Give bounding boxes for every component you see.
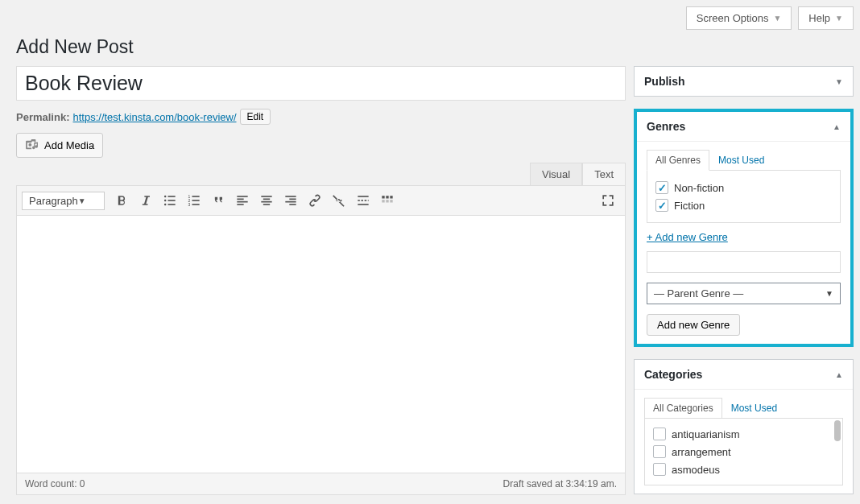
editor-textarea[interactable] bbox=[16, 216, 626, 473]
permalink-label: Permalink: bbox=[16, 111, 69, 123]
toolbar-toggle-button[interactable] bbox=[375, 188, 399, 213]
format-select[interactable]: Paragraph ▼ bbox=[22, 192, 105, 210]
screen-options-label: Screen Options bbox=[697, 12, 769, 24]
align-right-button[interactable] bbox=[279, 188, 303, 213]
categories-postbox-title: Categories bbox=[644, 368, 702, 381]
categories-postbox-header[interactable]: Categories ▲ bbox=[635, 360, 853, 390]
svg-rect-18 bbox=[263, 199, 269, 200]
svg-point-3 bbox=[164, 204, 167, 206]
svg-rect-20 bbox=[263, 204, 269, 205]
help-label: Help bbox=[808, 12, 830, 24]
checkbox-icon[interactable] bbox=[653, 445, 666, 458]
svg-rect-28 bbox=[361, 200, 363, 201]
help-button[interactable]: Help ▼ bbox=[798, 6, 854, 30]
svg-rect-16 bbox=[237, 204, 243, 205]
tab-all-genres[interactable]: All Genres bbox=[647, 150, 709, 171]
fullscreen-button[interactable] bbox=[596, 188, 620, 213]
checkbox-icon[interactable] bbox=[653, 463, 666, 476]
permalink-edit-button[interactable]: Edit bbox=[240, 109, 271, 125]
scrollbar-thumb[interactable] bbox=[834, 420, 841, 441]
svg-rect-5 bbox=[167, 200, 175, 201]
publish-postbox-header[interactable]: Publish ▼ bbox=[635, 67, 853, 96]
genre-item[interactable]: Fiction bbox=[655, 196, 832, 214]
page-title: Add New Post bbox=[16, 36, 860, 58]
category-label: antiquarianism bbox=[672, 428, 740, 440]
svg-rect-13 bbox=[237, 196, 247, 197]
svg-rect-31 bbox=[382, 196, 384, 198]
svg-rect-19 bbox=[261, 201, 271, 203]
svg-rect-10 bbox=[192, 196, 199, 197]
post-title-input[interactable] bbox=[16, 66, 626, 101]
genres-postbox-header[interactable]: Genres ▲ bbox=[637, 112, 850, 142]
align-center-button[interactable] bbox=[254, 188, 279, 213]
category-item[interactable]: arrangement bbox=[653, 443, 834, 461]
chevron-down-icon: ▼ bbox=[835, 14, 843, 23]
svg-rect-32 bbox=[386, 196, 388, 198]
chevron-down-icon: ▼ bbox=[78, 196, 86, 205]
tab-text[interactable]: Text bbox=[582, 163, 626, 185]
svg-rect-30 bbox=[367, 200, 368, 201]
checkbox-checked-icon[interactable] bbox=[655, 199, 668, 212]
blockquote-button[interactable] bbox=[206, 188, 230, 213]
add-media-button[interactable]: Add Media bbox=[16, 133, 103, 158]
italic-button[interactable] bbox=[134, 188, 158, 213]
tab-visual[interactable]: Visual bbox=[530, 163, 582, 185]
chevron-up-icon: ▲ bbox=[835, 370, 843, 379]
chevron-down-icon: ▼ bbox=[835, 77, 843, 86]
genres-postbox: Genres ▲ All Genres Most Used Non-fictio… bbox=[634, 109, 854, 347]
ul-button[interactable] bbox=[158, 188, 182, 213]
categories-postbox: Categories ▲ All Categories Most Used an… bbox=[634, 359, 854, 494]
category-item[interactable]: asmodeus bbox=[653, 461, 834, 478]
add-new-genre-link[interactable]: + Add new Genre bbox=[647, 231, 728, 243]
publish-postbox-title: Publish bbox=[644, 75, 685, 88]
word-count-label: Word count: 0 bbox=[25, 478, 85, 490]
camera-music-icon bbox=[25, 138, 39, 152]
svg-rect-26 bbox=[358, 204, 368, 205]
ol-button[interactable]: 123 bbox=[182, 188, 206, 213]
svg-rect-29 bbox=[364, 200, 366, 201]
link-button[interactable] bbox=[303, 188, 327, 213]
checkbox-icon[interactable] bbox=[653, 428, 666, 440]
chevron-down-icon: ▼ bbox=[825, 289, 833, 298]
add-media-label: Add Media bbox=[44, 139, 94, 151]
align-left-button[interactable] bbox=[230, 188, 254, 213]
svg-rect-36 bbox=[390, 200, 392, 202]
bold-button[interactable] bbox=[110, 188, 134, 213]
readmore-button[interactable] bbox=[351, 188, 375, 213]
svg-rect-11 bbox=[192, 200, 199, 201]
svg-rect-15 bbox=[237, 201, 247, 203]
tab-most-used-categories[interactable]: Most Used bbox=[722, 398, 786, 419]
genre-item[interactable]: Non-fiction bbox=[655, 179, 832, 196]
format-select-label: Paragraph bbox=[29, 195, 78, 207]
screen-options-button[interactable]: Screen Options ▼ bbox=[686, 6, 792, 30]
svg-rect-14 bbox=[237, 199, 243, 200]
svg-rect-27 bbox=[358, 200, 360, 201]
svg-point-2 bbox=[164, 200, 167, 202]
add-new-genre-button[interactable]: Add new Genre bbox=[647, 314, 740, 336]
genres-checklist: Non-fiction Fiction bbox=[647, 170, 841, 223]
chevron-up-icon: ▲ bbox=[833, 122, 841, 131]
unlink-button[interactable] bbox=[327, 188, 351, 213]
parent-genre-label: — Parent Genre — bbox=[654, 287, 743, 300]
draft-saved-label: Draft saved at 3:34:19 am. bbox=[503, 478, 617, 490]
category-label: asmodeus bbox=[672, 464, 720, 476]
tab-all-categories[interactable]: All Categories bbox=[644, 398, 722, 419]
publish-postbox: Publish ▼ bbox=[634, 66, 854, 97]
svg-rect-4 bbox=[167, 196, 175, 197]
svg-rect-17 bbox=[261, 196, 271, 197]
category-label: arrangement bbox=[672, 446, 731, 458]
checkbox-checked-icon[interactable] bbox=[655, 181, 668, 194]
svg-text:3: 3 bbox=[188, 202, 190, 207]
svg-rect-22 bbox=[289, 199, 296, 200]
svg-rect-21 bbox=[285, 196, 296, 197]
svg-rect-24 bbox=[289, 204, 296, 205]
categories-checklist: antiquarianism arrangement asmodeus bbox=[644, 418, 843, 485]
parent-genre-select[interactable]: — Parent Genre — ▼ bbox=[647, 283, 841, 304]
permalink-url[interactable]: https://test.kinsta.com/book-review/ bbox=[72, 111, 236, 123]
new-genre-input[interactable] bbox=[647, 251, 841, 273]
svg-rect-23 bbox=[285, 201, 296, 203]
tab-most-used-genres[interactable]: Most Used bbox=[709, 150, 773, 171]
editor-toolbar: Paragraph ▼ 123 bbox=[16, 185, 626, 216]
category-item[interactable]: antiquarianism bbox=[653, 425, 834, 443]
svg-rect-25 bbox=[358, 196, 368, 197]
